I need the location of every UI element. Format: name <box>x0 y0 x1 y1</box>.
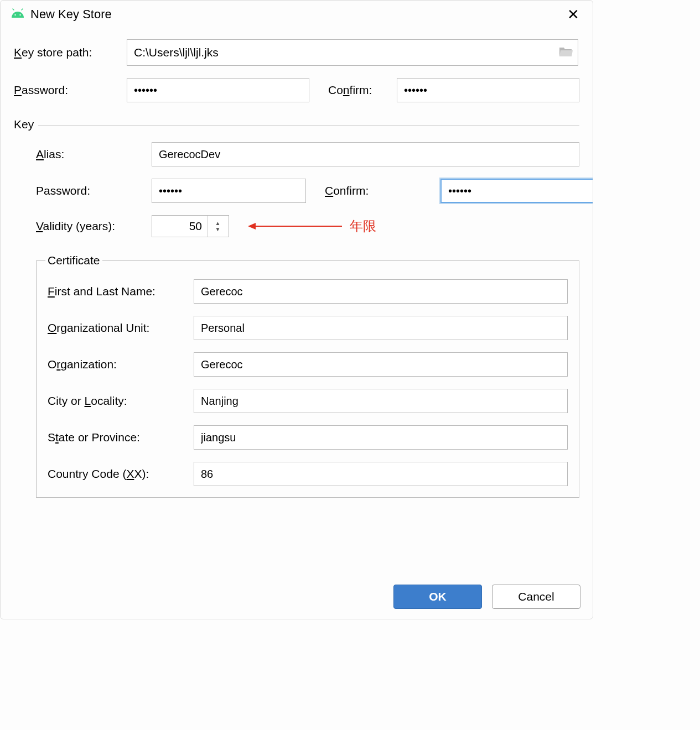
key-section-label: Key <box>14 118 38 131</box>
svg-point-0 <box>14 14 15 15</box>
certificate-legend: Certificate <box>45 254 102 267</box>
stepper-arrows[interactable]: ▲ ▼ <box>208 216 227 237</box>
ok-button[interactable]: OK <box>393 585 482 609</box>
keystore-confirm-field[interactable] <box>397 78 579 102</box>
close-icon[interactable]: ✕ <box>564 6 583 23</box>
dialog-title: New Key Store <box>30 7 564 22</box>
key-password-label: Password: <box>36 184 144 197</box>
validity-value[interactable] <box>152 216 208 236</box>
keystore-path-label: Key store path: <box>14 46 119 59</box>
org-unit-label: Organizational Unit: <box>48 321 186 335</box>
state-label: State or Province: <box>48 431 186 444</box>
org-unit-field[interactable] <box>194 316 568 340</box>
first-last-field[interactable] <box>194 279 568 304</box>
android-icon <box>11 8 25 22</box>
org-field[interactable] <box>194 352 568 377</box>
validity-stepper[interactable]: ▲ ▼ <box>152 215 229 237</box>
annotation-arrow: 年限 <box>248 217 376 235</box>
key-confirm-field[interactable] <box>440 179 593 203</box>
country-field[interactable] <box>194 462 568 486</box>
confirm-label: Confirm: <box>328 84 389 97</box>
alias-label: Alias: <box>36 148 144 161</box>
keystore-password-field[interactable] <box>127 78 309 102</box>
country-label: Country Code (XX): <box>48 467 186 481</box>
cancel-button[interactable]: Cancel <box>492 585 580 609</box>
annotation-text: 年限 <box>350 217 376 235</box>
state-field[interactable] <box>194 425 568 450</box>
city-label: City or Locality: <box>48 394 186 408</box>
svg-marker-3 <box>248 223 256 230</box>
validity-label: Validity (years): <box>36 220 144 233</box>
chevron-down-icon[interactable]: ▼ <box>215 226 221 232</box>
title-bar: New Key Store ✕ <box>1 1 593 28</box>
key-password-field[interactable] <box>152 179 306 203</box>
form-area: Key store path: Password: Confirm: Key A… <box>1 28 593 498</box>
org-label: Organization: <box>48 358 186 371</box>
certificate-group: Certificate First and Last Name: Organiz… <box>36 254 579 498</box>
separator <box>14 125 579 126</box>
chevron-up-icon[interactable]: ▲ <box>215 220 221 226</box>
password-label: Password: <box>14 84 119 97</box>
first-last-label: First and Last Name: <box>48 285 186 298</box>
city-field[interactable] <box>194 389 568 413</box>
key-confirm-label: Confirm: <box>325 184 433 197</box>
svg-point-1 <box>19 14 20 15</box>
alias-field[interactable] <box>152 142 579 166</box>
keystore-path-field[interactable] <box>127 39 578 66</box>
